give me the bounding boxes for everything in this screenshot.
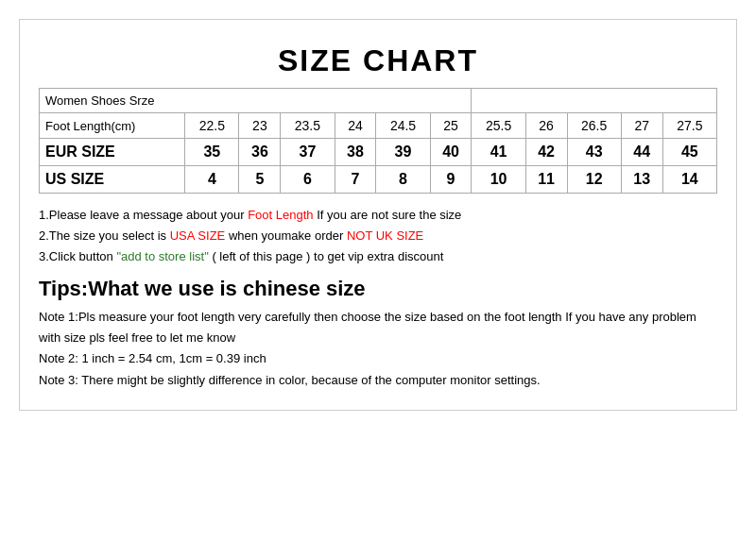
foot-length-label: Foot Length(cm) bbox=[40, 113, 185, 139]
note2-highlight2: NOT UK SIZE bbox=[347, 228, 423, 243]
note-line-3: 3.Click button "add to store list" ( lef… bbox=[39, 246, 717, 267]
note1-highlight: Foot Length bbox=[248, 208, 313, 222]
us-size-label: US SIZE bbox=[40, 166, 185, 194]
note-line-2: 2.The size you select is USA SIZE when y… bbox=[39, 226, 717, 246]
size-chart-table: Women Shoes Srze Foot Length(cm) 22.5 23… bbox=[39, 88, 717, 194]
eur-val-4: 38 bbox=[335, 139, 376, 166]
us-val-4: 7 bbox=[335, 166, 376, 194]
us-val-7: 10 bbox=[472, 166, 525, 194]
us-val-2: 5 bbox=[239, 166, 281, 194]
eur-val-5: 39 bbox=[376, 139, 430, 166]
eur-val-2: 36 bbox=[239, 139, 281, 166]
foot-length-val-10: 27 bbox=[621, 113, 662, 139]
us-val-5: 8 bbox=[376, 166, 430, 194]
us-size-row: US SIZE 4 5 6 7 8 9 10 11 12 13 14 bbox=[40, 166, 717, 194]
note2-middle: when youmake order bbox=[225, 228, 347, 243]
foot-length-val-5: 24.5 bbox=[376, 113, 430, 139]
foot-length-val-3: 23.5 bbox=[281, 113, 335, 139]
note-line-1: 1.Please leave a message about your Foot… bbox=[39, 205, 717, 226]
eur-val-7: 41 bbox=[472, 139, 525, 166]
eur-val-11: 45 bbox=[662, 139, 716, 166]
note3-prefix: 3.Click button bbox=[39, 249, 116, 263]
foot-length-val-7: 25.5 bbox=[472, 113, 525, 139]
foot-length-val-9: 26.5 bbox=[567, 113, 621, 139]
tips-note3: Note 3: There might be slightly differen… bbox=[39, 370, 717, 391]
foot-length-val-2: 23 bbox=[239, 113, 281, 139]
foot-length-val-11: 27.5 bbox=[662, 113, 716, 139]
foot-length-val-4: 24 bbox=[335, 113, 376, 139]
eur-size-row: EUR SIZE 35 36 37 38 39 40 41 42 43 44 4… bbox=[40, 139, 717, 166]
table-section-header: Women Shoes Srze bbox=[40, 89, 717, 113]
note1-prefix: 1.Please leave a message about your bbox=[39, 208, 248, 222]
eur-val-9: 43 bbox=[567, 139, 621, 166]
foot-length-row: Foot Length(cm) 22.5 23 23.5 24 24.5 25 … bbox=[40, 113, 717, 139]
tips-title: Tips:What we use is chinese size bbox=[39, 277, 717, 301]
us-val-3: 6 bbox=[281, 166, 335, 194]
section-label: Women Shoes Srze bbox=[40, 89, 472, 113]
eur-val-6: 40 bbox=[430, 139, 472, 166]
us-val-6: 9 bbox=[430, 166, 472, 194]
eur-val-10: 44 bbox=[621, 139, 662, 166]
eur-size-label: EUR SIZE bbox=[40, 139, 185, 166]
foot-length-val-8: 26 bbox=[525, 113, 567, 139]
foot-length-val-1: 22.5 bbox=[185, 113, 239, 139]
tips-note2: Note 2: 1 inch = 2.54 cm, 1cm = 0.39 inc… bbox=[39, 348, 717, 369]
us-val-10: 13 bbox=[621, 166, 662, 194]
eur-val-3: 37 bbox=[281, 139, 335, 166]
tips-note1: Note 1:Pls measure your foot length very… bbox=[39, 307, 717, 348]
us-val-11: 14 bbox=[662, 166, 716, 194]
note2-prefix: 2.The size you select is bbox=[39, 228, 170, 243]
notes-section: 1.Please leave a message about your Foot… bbox=[39, 205, 717, 267]
note3-highlight: "add to store list" bbox=[116, 249, 208, 263]
eur-val-8: 42 bbox=[525, 139, 567, 166]
us-val-8: 11 bbox=[525, 166, 567, 194]
note1-suffix: If you are not sure the size bbox=[314, 208, 462, 222]
us-val-1: 4 bbox=[185, 166, 239, 194]
eur-val-1: 35 bbox=[185, 139, 239, 166]
note2-highlight1: USA SIZE bbox=[170, 228, 226, 243]
size-chart-container: SIZE CHART Women Shoes Srze Foot Length(… bbox=[19, 19, 737, 411]
tips-body: Note 1:Pls measure your foot length very… bbox=[39, 307, 717, 390]
note3-suffix: ( left of this page ) to get vip extra d… bbox=[209, 249, 444, 263]
us-val-9: 12 bbox=[567, 166, 621, 194]
foot-length-val-6: 25 bbox=[430, 113, 472, 139]
page-title: SIZE CHART bbox=[39, 29, 717, 88]
